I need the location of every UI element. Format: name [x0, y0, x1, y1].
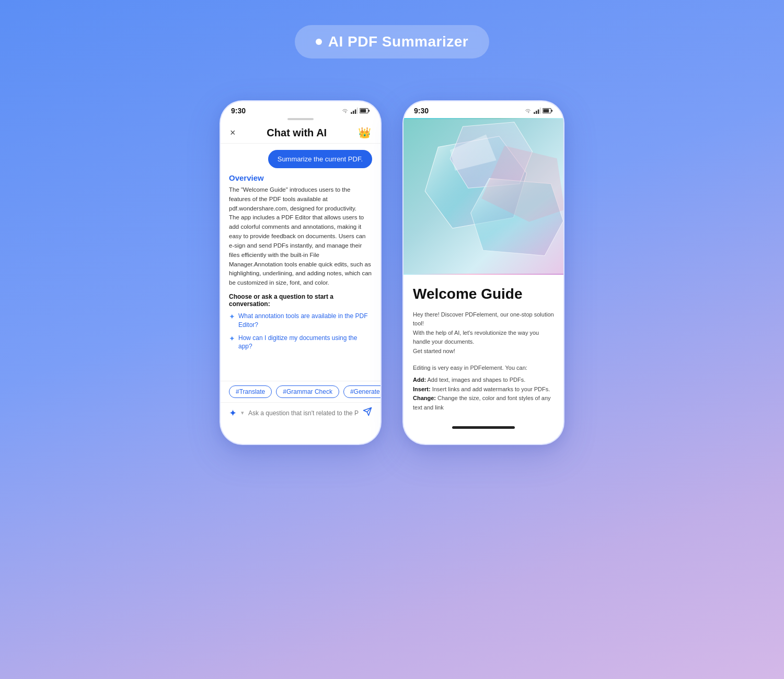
crown-icon: 👑	[358, 126, 371, 139]
guide-title: Welcome Guide	[413, 285, 554, 303]
phones-container: 9:30	[220, 100, 564, 445]
bullet-insert-label: Insert:	[413, 386, 431, 392]
phone1-status-bar: 9:30	[221, 101, 381, 118]
hero-image	[403, 118, 563, 275]
phone1-body: Summarize the current PDF. Overview The …	[221, 144, 381, 381]
battery-icon2	[543, 108, 553, 114]
ai-dropdown-arrow[interactable]: ▾	[241, 409, 244, 416]
home-indicator	[452, 426, 515, 429]
svg-rect-7	[534, 112, 535, 114]
bullet-insert-text: Insert links and add watermarks to your …	[432, 386, 550, 392]
ai-sparkle-icon[interactable]: ✦	[229, 407, 237, 419]
guide-section-header: Editing is very easy in PDFelement. You …	[413, 364, 554, 373]
app-title-pill: AI PDF Summarizer	[295, 25, 489, 58]
starter-text-1: What annotation tools are available in t…	[238, 312, 372, 330]
phone1-header: × Chat with AI 👑	[221, 122, 381, 144]
spark-icon-2: ✦	[229, 334, 235, 343]
phone2-status-bar: 9:30	[403, 101, 563, 118]
svg-rect-1	[353, 111, 354, 114]
send-icon[interactable]	[363, 407, 372, 419]
phone2: 9:30	[402, 100, 564, 445]
guide-bullet-insert: Insert: Insert links and add watermarks …	[413, 385, 554, 394]
bullet-add-text: Add text, images and shapes to PDFs.	[428, 377, 526, 383]
summarize-button[interactable]: Summarize the current PDF.	[268, 150, 372, 168]
spark-icon-1: ✦	[229, 312, 235, 321]
phone1-notch	[221, 118, 381, 122]
phone2-time: 9:30	[414, 107, 429, 115]
chat-title: Chat with AI	[267, 127, 327, 139]
signal-icon	[351, 108, 358, 114]
battery-icon	[360, 108, 370, 114]
wifi-icon2	[524, 108, 532, 114]
svg-rect-10	[540, 108, 541, 114]
app-title: AI PDF Summarizer	[328, 33, 468, 50]
overview-title: Overview	[229, 173, 372, 182]
starter-section: Choose or ask a question to start a conv…	[229, 293, 372, 355]
tag-grammar[interactable]: #Grammar Check	[276, 385, 339, 398]
starter-link-2[interactable]: ✦ How can I digitize my documents using …	[229, 334, 372, 352]
title-dot	[316, 39, 322, 45]
guide-intro: Hey there! Discover PDFelement, our one-…	[413, 310, 554, 356]
phone1-time: 9:30	[231, 107, 246, 115]
svg-rect-0	[351, 112, 352, 114]
svg-rect-3	[357, 108, 358, 114]
svg-rect-8	[536, 111, 537, 114]
svg-rect-12	[551, 110, 552, 112]
svg-rect-6	[360, 109, 366, 112]
starter-link-1[interactable]: ✦ What annotation tools are available in…	[229, 312, 372, 330]
input-bar: ✦ ▾	[221, 402, 381, 423]
overview-section: Overview The "Welcome Guide" introduces …	[229, 173, 372, 288]
phone2-content: Welcome Guide Hey there! Discover PDFele…	[403, 275, 563, 421]
tag-translate[interactable]: #Translate	[229, 385, 272, 398]
overview-text: The "Welcome Guide" introduces users to …	[229, 185, 372, 288]
phone1: 9:30	[220, 100, 382, 445]
guide-section: Editing is very easy in PDFelement. You …	[413, 364, 554, 413]
signal-icon2	[534, 108, 541, 114]
starter-label: Choose or ask a question to start a conv…	[229, 293, 372, 308]
bullet-add-label: Add:	[413, 377, 426, 383]
chat-input[interactable]	[248, 409, 359, 417]
close-button[interactable]: ×	[230, 127, 236, 138]
phone2-bottom-bar	[403, 421, 563, 434]
wifi-icon	[341, 108, 349, 114]
svg-rect-2	[355, 109, 356, 114]
guide-bullet-change: Change: Change the size, color and font …	[413, 394, 554, 412]
starter-text-2: How can I digitize my documents using th…	[238, 334, 372, 352]
tag-bar: #Translate #Grammar Check #Generate 💬	[221, 381, 381, 402]
svg-rect-13	[543, 109, 549, 112]
tag-generate[interactable]: #Generate	[343, 385, 382, 398]
guide-bullet-add: Add: Add text, images and shapes to PDFs…	[413, 376, 554, 385]
svg-rect-9	[538, 109, 539, 114]
svg-rect-5	[368, 110, 370, 112]
bullet-change-label: Change:	[413, 395, 436, 401]
glass-blocks-svg	[403, 118, 563, 275]
